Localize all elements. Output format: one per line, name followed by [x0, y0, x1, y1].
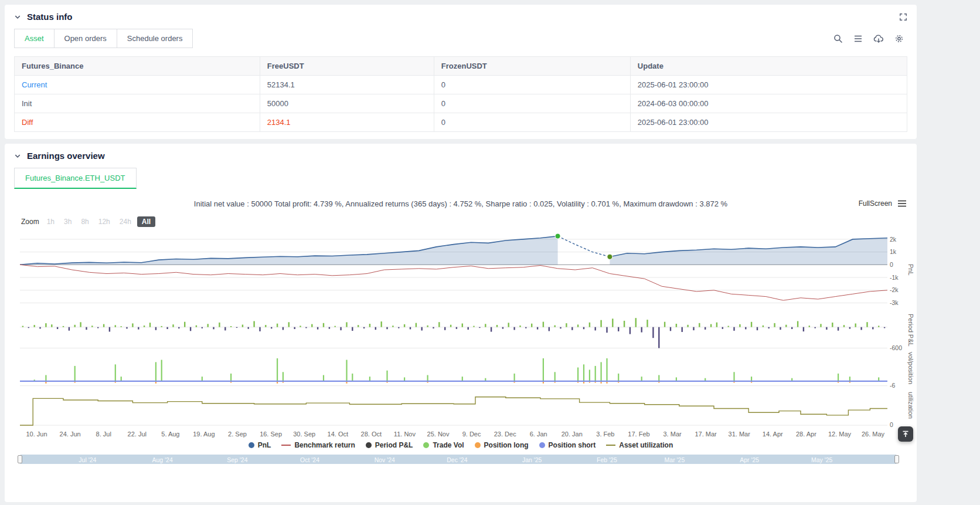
x-axis: 10. Jun24. Jun8. Jul22. Jul5. Aug19. Aug… [20, 429, 887, 439]
chart-toolbar: FullScreen [859, 199, 906, 208]
row-label: Diff [15, 113, 260, 132]
y-tick-label: -2k [890, 286, 899, 293]
cell-update: 2025-06-01 23:00:00 [630, 76, 907, 94]
x-tick-label: 11. Nov [394, 431, 416, 438]
table-row-current: Current52134.102025-06-01 23:00:00 [15, 76, 907, 94]
chevron-down-icon[interactable] [14, 152, 21, 160]
tab-futures-binance-eth-usdt[interactable]: Futures_Binance.ETH_USDT [14, 168, 137, 189]
zoom-button-12h[interactable]: 12h [95, 216, 114, 227]
benchmark-series[interactable] [20, 265, 887, 300]
x-tick-label: 28. Apr [796, 431, 816, 438]
x-tick-label: 23. Dec [494, 431, 516, 438]
axis-title-pnl: PnL [907, 264, 914, 276]
legend-item-trade-vol[interactable]: Trade Vol [423, 441, 464, 449]
legend-line-marker [606, 445, 615, 446]
y-tick-label: -1k [890, 274, 899, 281]
cell-frozen-usdt: 0 [434, 94, 630, 113]
y-tick-label: -6 [890, 382, 895, 389]
status-info-header: Status info [14, 12, 907, 22]
x-tick-label: 12. May [828, 431, 851, 438]
legend-dot-marker [423, 442, 429, 448]
navigator-month-label: Jul '24 [79, 456, 96, 463]
legend-label: Asset utilization [619, 441, 673, 449]
axis-title-utilization: utilization [907, 392, 914, 419]
y-tick-label: 0 [890, 421, 893, 428]
x-tick-label: 17. Feb [628, 431, 649, 438]
tab-asset[interactable]: Asset [14, 29, 55, 48]
chart-legend: PnLBenchmark returnPeriod P&LTrade VolPo… [14, 441, 907, 449]
search-icon[interactable] [833, 34, 843, 43]
pnl-series[interactable] [20, 233, 887, 265]
chevron-down-icon[interactable] [14, 13, 21, 21]
legend-item-position-short[interactable]: Position short [539, 441, 596, 449]
legend-item-position-long[interactable]: Position long [475, 441, 529, 449]
x-tick-label: 25. Nov [427, 431, 450, 438]
cell-update: 2025-06-01 23:00:00 [630, 113, 907, 132]
x-tick-label: 16. Sep [260, 431, 282, 438]
table-row-init: Init5000002024-06-03 00:00:00 [15, 94, 907, 113]
x-tick-label: 24. Jun [60, 431, 81, 438]
navigator-month-label: Oct '24 [300, 456, 319, 463]
back-to-top-button[interactable] [898, 426, 913, 442]
fullscreen-button[interactable]: FullScreen [859, 199, 892, 208]
zoom-buttons: 1h3h8h12h24hAll [43, 216, 155, 227]
axis-title-period-p-l: Period P&L [907, 314, 914, 347]
tab-open-orders[interactable]: Open orders [54, 29, 117, 48]
zoom-button-all[interactable]: All [137, 216, 155, 227]
tab-schedule-orders[interactable]: Schedule orders [117, 29, 193, 48]
column-header-freeusdt: FreeUSDT [260, 57, 434, 76]
x-tick-label: 26. May [862, 431, 884, 438]
column-header-futures-binance: Futures_Binance [15, 57, 260, 76]
legend-dot-marker [539, 442, 545, 448]
zoom-button-1h[interactable]: 1h [43, 216, 58, 227]
table-row-diff: Diff2134.102025-06-01 23:00:00 [15, 113, 907, 132]
cell-free-usdt: 50000 [260, 94, 434, 113]
asset-table: Futures_BinanceFreeUSDTFrozenUSDTUpdate … [14, 56, 907, 132]
legend-label: Trade Vol [433, 441, 464, 449]
cloud-download-icon[interactable] [873, 34, 884, 43]
y-tick-label: 2k [890, 236, 896, 243]
trade-vol-series[interactable] [34, 358, 880, 381]
x-tick-label: 14. Apr [763, 431, 783, 438]
x-tick-label: 9. Dec [462, 431, 481, 438]
navigator-left-handle[interactable] [18, 455, 22, 463]
period-pnl-series[interactable] [22, 318, 886, 348]
earnings-overview-panel: Earnings overview Futures_Binance.ETH_US… [5, 144, 917, 502]
y-tick-label: 1k [890, 248, 896, 255]
zoom-label: Zoom [21, 218, 39, 226]
list-icon[interactable] [853, 34, 863, 43]
extreme-marker [555, 233, 560, 239]
legend-label: Position long [484, 441, 529, 449]
navigator-month-label: Mar '25 [665, 456, 685, 463]
legend-item-pnl[interactable]: PnL [249, 441, 271, 449]
navigator-month-label: Aug '24 [152, 456, 172, 463]
earnings-overview-title: Earnings overview [27, 151, 105, 161]
zoom-button-24h[interactable]: 24h [116, 216, 135, 227]
legend-item-asset-utilization[interactable]: Asset utilization [606, 441, 673, 449]
expand-icon[interactable] [899, 13, 907, 21]
navigator[interactable]: Jul '24Aug '24Sep '24Oct '24Nov '24Dec '… [20, 455, 897, 464]
legend-item-benchmark-return[interactable]: Benchmark return [281, 441, 355, 449]
x-tick-label: 6. Jan [530, 431, 547, 438]
axis-title-vol-position: vol/position [907, 352, 914, 384]
status-info-panel: Status info AssetOpen ordersSchedule ord… [5, 5, 917, 139]
legend-dot-marker [366, 442, 372, 448]
legend-item-period-p-l[interactable]: Period P&L [366, 441, 413, 449]
column-header-frozenusdt: FrozenUSDT [434, 57, 630, 76]
earnings-chart-svg[interactable] [20, 231, 887, 429]
navigator-month-label: Feb '25 [597, 456, 617, 463]
x-tick-label: 3. Feb [596, 431, 614, 438]
navigator-month-label: May '25 [811, 456, 832, 463]
x-tick-label: 28. Oct [361, 431, 382, 438]
navigator-month-label: Nov '24 [375, 456, 395, 463]
x-tick-label: 31. Mar [729, 431, 750, 438]
asset-utilization-series[interactable] [20, 397, 887, 425]
zoom-button-8h[interactable]: 8h [77, 216, 92, 227]
chart-menu-icon[interactable] [898, 200, 906, 207]
x-tick-label: 22. Jul [128, 431, 147, 438]
navigator-right-handle[interactable] [894, 455, 899, 463]
earnings-header: Earnings overview [14, 151, 907, 161]
status-tabs-row: AssetOpen ordersSchedule orders [14, 29, 907, 48]
zoom-button-3h[interactable]: 3h [60, 216, 75, 227]
gear-icon[interactable] [894, 34, 904, 43]
